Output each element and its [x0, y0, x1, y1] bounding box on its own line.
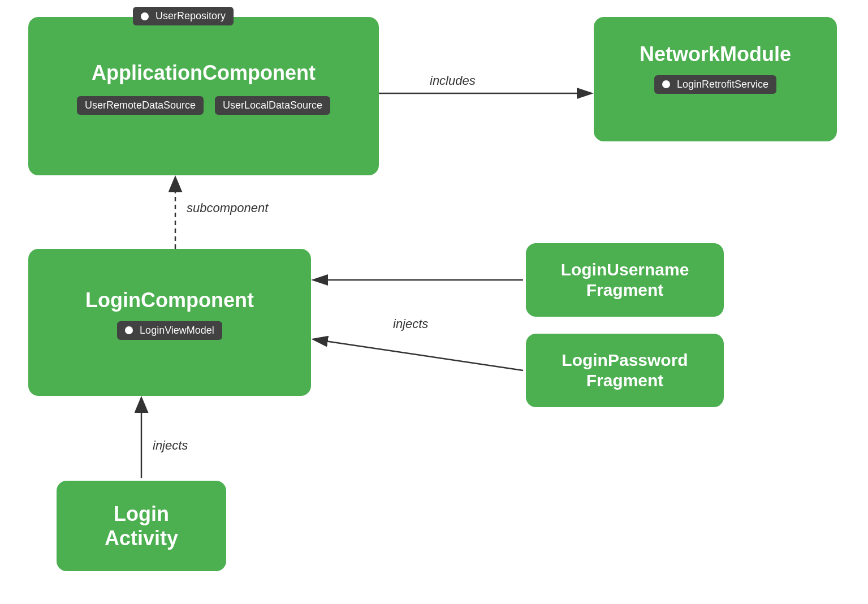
- user-remote-datasource-label: UserRemoteDataSource: [85, 100, 196, 111]
- user-repository-dot: [141, 12, 149, 20]
- login-viewmodel-label: LoginViewModel: [140, 325, 214, 336]
- login-activity-title: LoginActivity: [105, 502, 178, 550]
- user-repository-label: UserRepository: [156, 10, 226, 22]
- includes-label: includes: [430, 74, 476, 88]
- user-local-datasource-badge: UserLocalDataSource: [215, 96, 330, 115]
- injects-arrow-password: [314, 339, 523, 370]
- login-component-box: LoginComponent LoginViewModel: [28, 249, 311, 396]
- application-component-title: ApplicationComponent: [92, 61, 316, 85]
- login-viewmodel-dot: [125, 326, 133, 334]
- injects-label-fragments: injects: [393, 317, 428, 331]
- login-password-fragment-title: LoginPasswordFragment: [562, 350, 688, 391]
- application-component-box: UserRepository ApplicationComponent User…: [28, 17, 379, 175]
- login-retrofit-service-label: LoginRetrofitService: [677, 79, 768, 90]
- user-remote-datasource-badge: UserRemoteDataSource: [77, 96, 204, 115]
- network-module-box: NetworkModule LoginRetrofitService: [594, 17, 837, 141]
- login-username-fragment-title: LoginUsernameFragment: [561, 260, 689, 300]
- injects-label-activity: injects: [153, 438, 188, 453]
- user-local-datasource-label: UserLocalDataSource: [223, 100, 322, 111]
- network-module-title: NetworkModule: [640, 42, 791, 66]
- login-retrofit-service-dot: [662, 80, 670, 88]
- subcomponent-label: subcomponent: [187, 201, 268, 215]
- login-password-fragment-box: LoginPasswordFragment: [526, 334, 724, 407]
- user-repository-badge: UserRepository: [133, 7, 234, 25]
- login-component-title: LoginComponent: [85, 288, 254, 312]
- login-retrofit-service-badge: LoginRetrofitService: [654, 75, 776, 94]
- login-viewmodel-badge: LoginViewModel: [117, 321, 222, 340]
- login-activity-box: LoginActivity: [57, 481, 226, 571]
- diagram-container: UserRepository ApplicationComponent User…: [0, 0, 868, 604]
- login-username-fragment-box: LoginUsernameFragment: [526, 243, 724, 317]
